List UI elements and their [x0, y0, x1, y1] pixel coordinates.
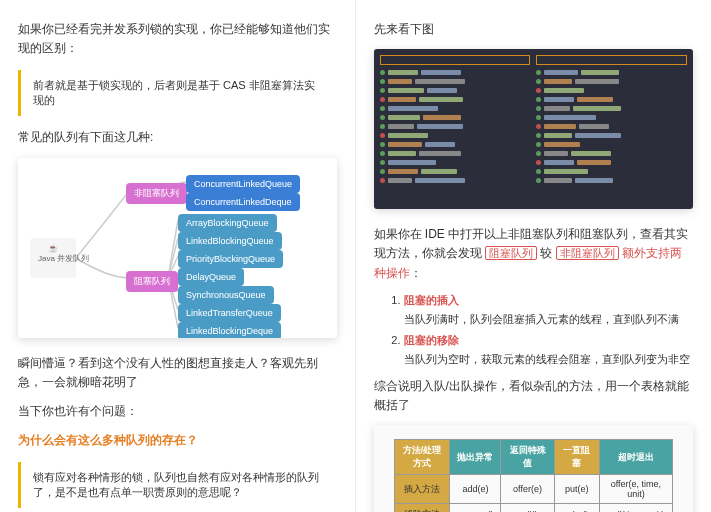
intro-text: 如果你已经看完并发系列锁的实现，你已经能够知道他们实现的区别： [18, 20, 337, 58]
methods-table: 方法/处理方式 抛出异常 返回特殊值 一直阻塞 超时退出 插入方法 add(e)… [394, 439, 674, 512]
quote-block-1: 前者就是基于锁实现的，后者则是基于 CAS 非阻塞算法实现的 [18, 70, 337, 116]
quote-block-2: 锁有应对各种情形的锁，队列也自然有应对各种情形的队列了，是不是也有点单一职责原则… [18, 462, 337, 508]
node-nb-0: ConcurrentLinkedQueue [186, 175, 300, 193]
ide-panel-left [380, 55, 531, 203]
mindmap-figure: ☕Java 并发队列 非阻塞队列 ConcurrentLinkedQueue C… [18, 158, 337, 338]
node-b-1: LinkedBlockingQueue [178, 232, 282, 250]
op-insert: 阻塞的插入 当队列满时，队列会阻塞插入元素的线程，直到队列不满 [404, 293, 694, 327]
why-question: 为什么会有这么多种队列的存在？ [18, 431, 337, 450]
node-blocking: 阻塞队列 [126, 271, 178, 292]
node-b-3: DelayQueue [178, 268, 244, 286]
badge-blocking: 阻塞队列 [485, 246, 537, 260]
mindmap-root: ☕Java 并发队列 [30, 238, 76, 278]
maybe-question: 当下你也许有个问题： [18, 402, 337, 421]
op-remove: 阻塞的移除 当队列为空时，获取元素的线程会阻塞，直到队列变为非空 [404, 333, 694, 367]
methods-table-card: 方法/处理方式 抛出异常 返回特殊值 一直阻塞 超时退出 插入方法 add(e)… [374, 425, 694, 512]
node-nb-1: ConcurrentLinkedDeque [186, 193, 300, 211]
queues-title: 常见的队列有下面这几种: [18, 128, 337, 147]
node-nonblocking: 非阻塞队列 [126, 183, 187, 204]
node-b-5: LinkedTransferQueue [178, 304, 281, 322]
operations-list: 阻塞的插入 当队列满时，队列会阻塞插入元素的线程，直到队列不满 阻塞的移除 当队… [404, 293, 694, 367]
table-intro: 综合说明入队/出队操作，看似杂乱的方法，用一个表格就能概括了 [374, 377, 694, 415]
ide-panel-right [536, 55, 687, 203]
ide-note: 如果你在 IDE 中打开以上非阻塞队列和阻塞队列，查看其实现方法，你就会发现 阻… [374, 225, 694, 283]
node-b-0: ArrayBlockingQueue [178, 214, 277, 232]
badge-nonblocking: 非阻塞队列 [556, 246, 619, 260]
look-text: 先来看下图 [374, 20, 694, 39]
ide-screenshot [374, 49, 694, 209]
instant-text: 瞬间懵逼？看到这个没有人性的图想直接走人？客观先别急，一会就柳暗花明了 [18, 354, 337, 392]
node-b-4: SynchronousQueue [178, 286, 274, 304]
node-b-6: LinkedBlockingDeque [178, 322, 281, 338]
node-b-2: PriorityBlockingQueue [178, 250, 283, 268]
